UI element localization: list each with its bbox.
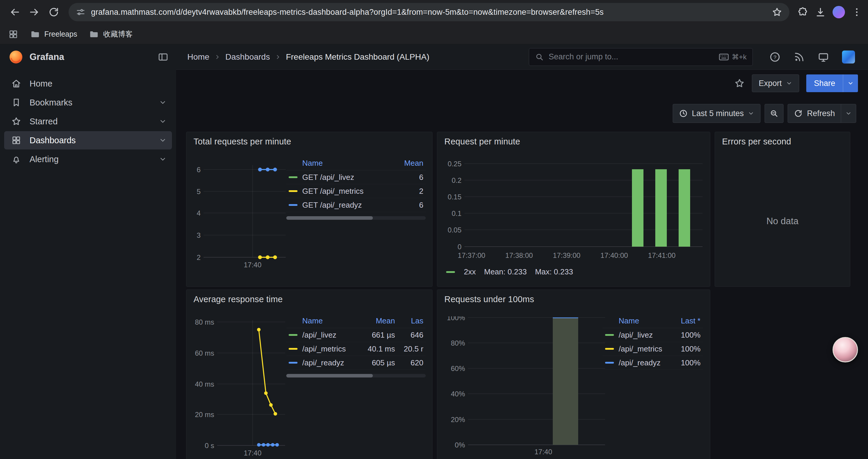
legend-row[interactable]: GET /api/_metrics 2 (286, 184, 426, 198)
legend-row[interactable]: /api/_livez 661 µs 646 (286, 328, 426, 342)
chevron-down-icon[interactable] (159, 136, 167, 144)
chevron-down-icon[interactable] (159, 118, 167, 125)
series-swatch (605, 348, 614, 350)
grafana-logo[interactable] (8, 49, 24, 65)
sidebar-item-dashboards[interactable]: Dashboards (4, 131, 172, 150)
bookmarks-bar: Freeleaps 收藏博客 (0, 24, 868, 44)
chevron-down-icon[interactable] (159, 99, 167, 106)
chevron-down-icon (845, 110, 852, 117)
apps-grid-icon[interactable] (8, 29, 18, 39)
download-icon[interactable] (815, 6, 826, 18)
sidebar-item-label: Starred (30, 117, 58, 126)
svg-text:?: ? (773, 54, 776, 60)
site-info-icon[interactable] (75, 7, 86, 17)
share-menu-button[interactable] (843, 74, 858, 92)
time-range-picker[interactable]: Last 5 minutes (673, 104, 761, 123)
panel-title[interactable]: Total requests per minute (186, 132, 432, 146)
scrollbar-thumb[interactable] (286, 374, 373, 378)
bookmark-item-blog[interactable]: 收藏博客 (89, 29, 133, 39)
svg-text:3: 3 (197, 231, 200, 239)
legend-row[interactable]: GET /api/_livez 6 (286, 170, 426, 184)
breadcrumb-home[interactable]: Home (187, 52, 210, 62)
search-input[interactable] (549, 52, 714, 61)
refresh-interval-button[interactable] (841, 104, 856, 123)
monitor-icon[interactable] (818, 52, 829, 63)
sidebar-item-alerting[interactable]: Alerting (4, 150, 172, 168)
help-icon[interactable]: ? (769, 52, 780, 63)
svg-text:17:40: 17:40 (244, 261, 261, 269)
legend-row[interactable]: /api/_readyz 605 µs 620 (286, 356, 426, 370)
share-button[interactable]: Share (806, 74, 843, 92)
legend-scrollbar[interactable] (286, 374, 426, 378)
chevron-down-icon (847, 80, 854, 87)
menu-kebab-icon[interactable] (851, 7, 862, 18)
svg-text:6: 6 (197, 166, 200, 174)
bell-icon (11, 154, 21, 164)
dock-sidebar-button[interactable] (158, 52, 168, 62)
extensions-icon[interactable] (797, 6, 808, 18)
series-swatch (289, 176, 298, 178)
zoom-out-button[interactable] (765, 104, 783, 123)
chevron-down-icon (786, 80, 793, 87)
legend-header: Name Last * (603, 314, 703, 328)
svg-text:80 ms: 80 ms (195, 318, 214, 326)
favorite-dashboard-button[interactable] (734, 78, 745, 89)
panel-average-response-time: Average response time 80 ms 60 ms 40 ms … (186, 290, 433, 459)
series-swatch (289, 190, 298, 192)
svg-text:20 ms: 20 ms (195, 411, 214, 419)
legend-row[interactable]: /api/_livez 100% (603, 328, 703, 342)
svg-text:17:41:00: 17:41:00 (648, 251, 675, 259)
folder-icon (30, 29, 40, 39)
panel-title[interactable]: Request per minute (437, 132, 710, 146)
bar-100pct (553, 318, 578, 445)
legend-item-2xx[interactable]: 2xx (446, 267, 476, 276)
chevron-down-icon[interactable] (159, 155, 167, 163)
user-avatar[interactable] (842, 51, 855, 64)
rss-icon[interactable] (794, 52, 805, 63)
bar-2xx (679, 169, 690, 247)
series-swatch (289, 334, 298, 336)
reload-button[interactable] (45, 3, 63, 21)
svg-text:17:40:00: 17:40:00 (600, 251, 628, 259)
svg-text:80%: 80% (451, 339, 465, 347)
legend-row[interactable]: GET /api/_readyz 6 (286, 198, 426, 212)
total-requests-chart: 6 5 4 3 2 17:40 (191, 160, 288, 273)
sidebar-item-bookmarks[interactable]: Bookmarks (4, 93, 172, 112)
url-text[interactable]: grafana.mathmast.com/d/deytv4rwavabkb/fr… (91, 8, 766, 17)
legend-row[interactable]: /api/_metrics 100% (603, 342, 703, 356)
back-button[interactable] (6, 3, 24, 21)
sidebar-item-label: Alerting (30, 155, 59, 164)
bookmark-item-freeleaps[interactable]: Freeleaps (30, 29, 77, 39)
panel-title[interactable]: Average response time (186, 290, 432, 304)
search-box[interactable]: ⌘+k (529, 48, 753, 66)
sidebar-item-starred[interactable]: Starred (4, 112, 172, 131)
export-button[interactable]: Export (752, 74, 799, 92)
legend-row[interactable]: /api/_readyz 100% (603, 356, 703, 370)
refresh-button[interactable]: Refresh (788, 104, 841, 123)
address-bar[interactable]: grafana.mathmast.com/d/deytv4rwavabkb/fr… (68, 3, 789, 21)
profile-avatar[interactable] (833, 6, 845, 18)
bookmark-icon (11, 97, 21, 107)
forward-button[interactable] (25, 3, 43, 21)
breadcrumb-dashboards[interactable]: Dashboards (225, 52, 270, 62)
panel-title[interactable]: Errors per second (715, 132, 850, 146)
floating-assistant-avatar[interactable] (833, 337, 858, 362)
svg-text:17:38:00: 17:38:00 (505, 251, 533, 259)
bookmark-star-icon[interactable] (772, 7, 782, 18)
panel-errors-per-second: Errors per second No data (715, 132, 850, 287)
svg-text:0.1: 0.1 (452, 209, 462, 218)
legend-row[interactable]: /api/_metrics 40.1 ms 20.5 r (286, 342, 426, 356)
dashboard-actions: Export Share (734, 74, 858, 93)
scrollbar-thumb[interactable] (286, 216, 373, 220)
svg-text:0.25: 0.25 (447, 160, 462, 168)
svg-text:0.15: 0.15 (447, 193, 462, 201)
svg-text:100%: 100% (447, 316, 465, 322)
legend-scrollbar[interactable] (286, 216, 426, 220)
legend-header: Name Mean Las (286, 314, 426, 328)
panel-title[interactable]: Requests under 100ms (437, 290, 710, 304)
sidebar-item-home[interactable]: Home (4, 74, 172, 93)
legend-header: Name Mean (286, 156, 426, 170)
series-swatch (289, 204, 298, 206)
header-icons: ? (769, 51, 855, 64)
sidebar-item-label: Home (30, 79, 52, 89)
